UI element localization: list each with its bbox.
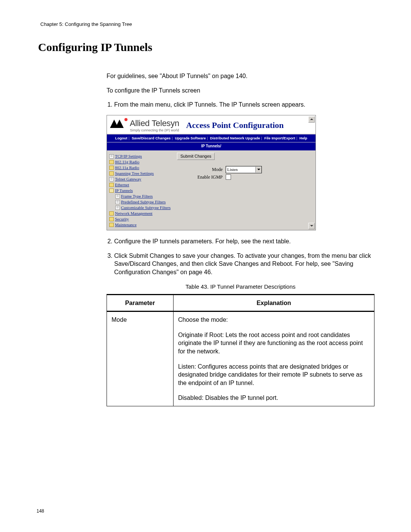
menu-logout[interactable]: Logout (115, 136, 127, 140)
doc-icon (115, 200, 120, 204)
mode-select[interactable]: Listen (226, 166, 262, 173)
nav-ethernet[interactable]: Ethernet (115, 182, 129, 188)
menu-help[interactable]: Help (299, 136, 307, 140)
nav-spanning-tree[interactable]: Spanning Tree Settings (115, 171, 154, 176)
page-number: 148 (37, 508, 44, 514)
explanation-listen: Listen: Configures access points that ar… (178, 363, 370, 387)
folder-icon (109, 160, 114, 164)
enable-igmp-label: Enable IGMP (177, 174, 226, 180)
mode-label: Mode (177, 166, 226, 173)
screenshot-ip-tunnels: Allied Telesyn Simply connecting the (IP… (107, 115, 316, 230)
mode-select-value: Listen (227, 167, 238, 173)
nav-network-management[interactable]: Network Management (115, 211, 153, 216)
step-1: From the main menu, click IP Tunnels. Th… (114, 101, 374, 109)
nav-tree: TCP/IP Settings 802.11g Radio 802.11a Ra… (107, 151, 175, 230)
nav-tcpip[interactable]: TCP/IP Settings (115, 153, 142, 159)
parameter-table: Parameter Explanation Mode Choose the mo… (107, 294, 374, 406)
nav-80211g[interactable]: 802.11g Radio (115, 159, 139, 165)
table-header-parameter: Parameter (107, 294, 174, 312)
explanation-originate: Originate if Root: Lets the root access … (178, 331, 370, 356)
menu-upgrade[interactable]: Upgrade Software (175, 136, 206, 140)
doc-icon (109, 154, 114, 158)
table-row: Mode Choose the mode: Originate if Root:… (107, 312, 374, 406)
explanation-intro: Choose the mode: (178, 316, 370, 324)
intro-paragraph: For guidelines, see "About IP Tunnels" o… (107, 72, 374, 80)
app-title: Access Point Configuration (186, 120, 284, 131)
scroll-up-icon[interactable] (308, 116, 315, 123)
step-3: Click Submit Changes to save your change… (114, 252, 374, 276)
nav-maintenance[interactable]: Maintenance (115, 222, 137, 228)
brand-name: Allied Telesyn (130, 118, 179, 129)
chevron-down-icon[interactable] (255, 167, 261, 173)
nav-80211a[interactable]: 802.11a Radio (115, 165, 139, 171)
folder-icon (109, 223, 114, 227)
folder-icon (109, 217, 114, 221)
menu-bar: Logout| Save/Discard Changes| Upgrade So… (107, 134, 315, 143)
brand-logo-icon (110, 119, 127, 128)
chapter-header: Chapter 5: Configuring the Spanning Tree (40, 21, 374, 27)
nav-predefined-filters[interactable]: Predefined Subtype Filters (121, 199, 166, 205)
table-cell-parameter: Mode (107, 312, 174, 406)
doc-icon (115, 194, 120, 198)
explanation-disabled: Disabled: Disables the IP tunnel port. (178, 394, 370, 402)
folder-icon (109, 211, 114, 216)
folder-open-icon (109, 189, 114, 193)
enable-igmp-checkbox[interactable] (226, 174, 231, 180)
scroll-down-icon[interactable] (308, 223, 315, 229)
doc-icon (115, 206, 120, 210)
intro-instruction: To configure the IP Tunnels screen (107, 86, 374, 95)
brand-tagline: Simply connecting the (IP) world (130, 128, 179, 133)
table-cell-explanation: Choose the mode: Originate if Root: Lets… (174, 312, 374, 406)
scrollbar-track[interactable] (309, 116, 315, 230)
submit-changes-button[interactable]: Submit Changes (177, 153, 215, 160)
step-2: Configure the IP tunnels parameters. For… (114, 237, 374, 246)
nav-ip-tunnels[interactable]: IP Tunnels (115, 188, 133, 193)
nav-custom-filters[interactable]: Customizable Subtype Filters (121, 205, 170, 211)
folder-icon (109, 183, 114, 187)
menu-file-io[interactable]: File Import/Export (264, 136, 295, 140)
doc-icon (109, 177, 114, 181)
nav-security[interactable]: Security (115, 216, 129, 222)
table-header-explanation: Explanation (174, 294, 374, 312)
folder-icon (109, 171, 114, 176)
section-title: Configuring IP Tunnels (38, 41, 374, 54)
menu-save-discard[interactable]: Save/Discard Changes (132, 136, 170, 140)
nav-telnet[interactable]: Telnet Gateway (115, 176, 141, 182)
breadcrumb: IP Tunnels/ (107, 142, 315, 150)
nav-frame-type-filters[interactable]: Frame Type Filters (121, 193, 153, 199)
menu-dist-upgrade[interactable]: Distributed Network Upgrade (210, 136, 260, 140)
folder-icon (109, 166, 114, 170)
table-caption: Table 43. IP Tunnel Parameter Descriptio… (107, 283, 374, 291)
